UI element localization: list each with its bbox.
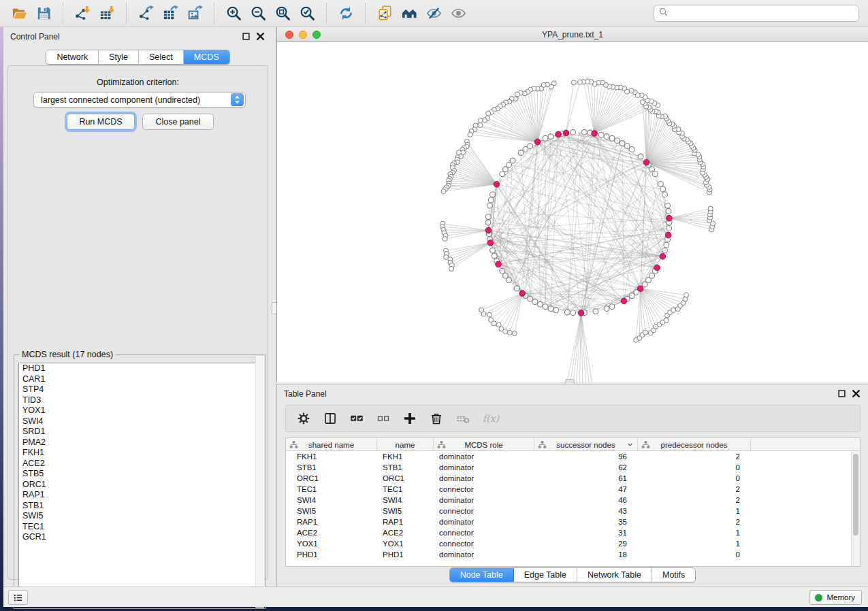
export-network-icon[interactable]: [133, 3, 158, 24]
mcds-hub-node[interactable]: [666, 215, 673, 221]
tab-select[interactable]: Select: [139, 50, 184, 64]
table-tab-motifs[interactable]: Motifs: [652, 568, 695, 582]
mcds-result-item[interactable]: FKH1: [19, 448, 261, 459]
apply-layout-icon[interactable]: [334, 3, 358, 24]
mcds-result-item[interactable]: ORC1: [19, 480, 261, 491]
table-row[interactable]: PHD1PHD1dominator180: [286, 549, 860, 560]
table-row[interactable]: YOX1YOX1connector291: [286, 538, 860, 549]
mcds-result-item[interactable]: GCR1: [19, 532, 261, 543]
tab-mcds[interactable]: MCDS: [184, 50, 229, 64]
cell-successor-nodes: 18: [534, 549, 638, 560]
mcds-result-item[interactable]: PMA2: [19, 437, 261, 448]
mcds-hub-node[interactable]: [654, 265, 660, 271]
mcds-result-item[interactable]: SWI5: [19, 511, 261, 522]
criterion-dropdown[interactable]: largest connected component (undirected): [33, 92, 246, 108]
memory-button[interactable]: Memory: [809, 590, 862, 605]
create-column-icon[interactable]: [402, 410, 418, 427]
mcds-result-item[interactable]: CAR1: [19, 374, 261, 385]
mcds-list-scrollbar[interactable]: [255, 356, 264, 608]
mcds-result-item[interactable]: RAP1: [19, 490, 261, 501]
mcds-hub-node[interactable]: [643, 159, 649, 165]
zoom-selected-icon[interactable]: [295, 3, 319, 24]
mcds-hub-node[interactable]: [660, 254, 666, 260]
tab-style[interactable]: Style: [99, 50, 139, 64]
table-row[interactable]: TEC1TEC1connector472: [286, 484, 860, 495]
table-scrollbar-thumb[interactable]: [853, 454, 858, 535]
import-table-icon[interactable]: [95, 3, 119, 24]
mcds-hub-node[interactable]: [496, 261, 502, 267]
close-table-panel-icon[interactable]: [851, 389, 861, 399]
tab-network[interactable]: Network: [46, 50, 99, 64]
clone-network-icon[interactable]: [372, 3, 397, 24]
search-input[interactable]: [671, 9, 854, 18]
mcds-hub-node[interactable]: [494, 182, 500, 188]
mcds-hub-node[interactable]: [485, 227, 492, 233]
zoom-out-icon[interactable]: [246, 3, 270, 24]
table-tab-edge-table[interactable]: Edge Table: [514, 568, 577, 582]
mcds-hub-node[interactable]: [592, 131, 598, 137]
float-table-panel-icon[interactable]: [837, 389, 847, 399]
table-row[interactable]: STB1STB1dominator620: [286, 462, 860, 473]
task-history-button[interactable]: [8, 590, 28, 605]
mcds-hub-node[interactable]: [578, 310, 584, 316]
mcds-result-item[interactable]: YOX1: [19, 406, 261, 416]
mcds-result-item[interactable]: SRD1: [19, 427, 261, 437]
table-row[interactable]: RAP1RAP1dominator352: [286, 516, 860, 527]
split-divider-horizontal-handle[interactable]: [565, 379, 575, 384]
table-panel-title: Table Panel: [284, 389, 327, 399]
table-row[interactable]: ORC1ORC1dominator610: [286, 473, 860, 484]
mcds-result-item[interactable]: TEC1: [19, 522, 261, 533]
mcds-result-item[interactable]: SWI4: [19, 416, 261, 427]
column-header-successor-nodes[interactable]: successor nodes: [534, 438, 638, 451]
run-mcds-button[interactable]: Run MCDS: [67, 114, 135, 130]
table-row[interactable]: FKH1FKH1dominator962: [286, 451, 860, 462]
close-panel-button[interactable]: Close panel: [142, 114, 214, 130]
open-session-icon[interactable]: [7, 3, 31, 24]
mcds-result-item[interactable]: STB5: [19, 469, 261, 480]
column-header-name[interactable]: name: [377, 438, 434, 451]
save-session-icon[interactable]: [31, 3, 56, 24]
hide-selection-icon[interactable]: [421, 3, 446, 24]
column-header-predecessor-nodes[interactable]: predecessor nodes: [638, 438, 751, 451]
mcds-hub-node[interactable]: [621, 298, 627, 304]
select-all-rows-icon[interactable]: [349, 410, 365, 427]
search-field[interactable]: [654, 5, 859, 22]
network-canvas[interactable]: [276, 42, 868, 382]
show-columns-icon[interactable]: [322, 410, 338, 427]
cell-predecessor-nodes: 1: [638, 506, 751, 516]
mcds-result-item[interactable]: TID3: [19, 395, 261, 406]
network-graph[interactable]: [277, 42, 868, 382]
delete-column-icon[interactable]: [428, 410, 445, 427]
sort-chevron-icon[interactable]: [626, 441, 634, 448]
export-image-icon[interactable]: [182, 3, 207, 24]
import-network-icon[interactable]: [70, 3, 95, 24]
mcds-hub-node[interactable]: [637, 286, 643, 292]
close-panel-icon[interactable]: [255, 31, 266, 42]
show-all-icon[interactable]: [446, 3, 470, 24]
table-row[interactable]: ACE2ACE2connector311: [286, 527, 860, 538]
table-tab-node-table[interactable]: Node Table: [450, 568, 514, 582]
deselect-all-rows-icon[interactable]: [375, 410, 391, 427]
table-settings-icon[interactable]: [295, 410, 312, 427]
mcds-hub-node[interactable]: [487, 240, 494, 246]
table-row[interactable]: SWI5SWI5connector431: [286, 506, 860, 516]
mcds-result-item[interactable]: STB1: [19, 501, 261, 512]
table-scrollbar[interactable]: [851, 451, 860, 566]
first-neighbors-icon[interactable]: [397, 3, 421, 24]
mcds-hub-node[interactable]: [519, 291, 526, 297]
mcds-result-item[interactable]: PHD1: [19, 363, 261, 374]
export-table-icon[interactable]: [158, 3, 182, 24]
float-panel-icon[interactable]: [241, 31, 251, 42]
column-header-mcds-role[interactable]: MCDS role: [434, 438, 534, 451]
zoom-fit-icon[interactable]: [270, 3, 295, 24]
mcds-hub-node[interactable]: [556, 131, 562, 137]
mcds-result-item[interactable]: STP4: [19, 384, 261, 395]
column-header-shared-name[interactable]: shared name: [286, 438, 377, 451]
table-row[interactable]: SWI4SWI4dominator462: [286, 495, 860, 506]
mcds-result-item[interactable]: ACE2: [19, 459, 261, 469]
mcds-hub-node[interactable]: [563, 130, 569, 136]
table-tab-network-table[interactable]: Network Table: [577, 568, 652, 582]
mcds-hub-node[interactable]: [665, 232, 671, 238]
mcds-hub-node[interactable]: [534, 139, 541, 145]
zoom-in-icon[interactable]: [221, 3, 246, 24]
